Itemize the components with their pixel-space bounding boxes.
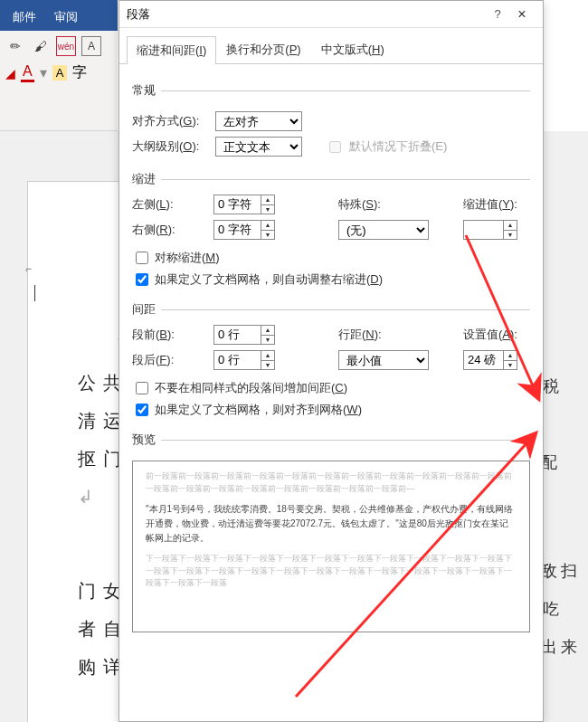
- collapse-checkbox: [329, 141, 341, 153]
- ruler-mark: ⌐: [25, 262, 32, 275]
- auto-adjust-checkbox[interactable]: [136, 273, 148, 286]
- line-spacing-label: 行距(N):: [338, 327, 411, 343]
- tab-line-page-breaks[interactable]: 换行和分页(P): [216, 35, 310, 63]
- snap-grid-label: 如果定义了文档网格，则对齐到网格(W): [155, 402, 362, 418]
- indent-value-label: 缩进值(Y):: [463, 196, 530, 213]
- indent-right-label: 右侧(R):: [132, 222, 210, 238]
- indent-right-input[interactable]: [213, 220, 261, 240]
- space-before-input[interactable]: [213, 325, 261, 345]
- preview-legend: 预览: [132, 432, 161, 448]
- outline-select[interactable]: 正文文本: [215, 137, 302, 157]
- indent-group: 缩进 左侧(L): ▲▼ 特殊(S): 缩进值(Y): 右侧(R): ▲▼ (无…: [132, 171, 530, 292]
- char-icon[interactable]: 字: [72, 63, 87, 82]
- space-after-spinner[interactable]: ▲▼: [261, 350, 275, 370]
- eraser-icon[interactable]: ✏: [5, 36, 25, 56]
- special-select[interactable]: (无): [338, 220, 429, 240]
- spacing-legend: 间距: [132, 301, 161, 318]
- indent-left-spinner[interactable]: ▲▼: [261, 195, 275, 214]
- indent-left-label: 左侧(L):: [132, 196, 210, 213]
- indent-value-spinner[interactable]: ▲▼: [503, 220, 517, 240]
- paragraph-dialog: 段落 ? × 缩进和间距(I) 换行和分页(P) 中文版式(H) 常规 对齐方式…: [119, 0, 544, 722]
- highlight-icon[interactable]: A: [52, 65, 68, 81]
- ribbon-tab-mail[interactable]: 邮件: [9, 7, 40, 27]
- dialog-tabs: 缩进和间距(I) 换行和分页(P) 中文版式(H): [119, 28, 543, 64]
- preview-sample: "本月1号到4号，我统统零消费。18号要交房。契税，公共维修基金，产权代办费，有…: [146, 502, 517, 546]
- alignment-select[interactable]: 左对齐: [215, 111, 302, 131]
- preview-gray-before: 前一段落前一段落前一段落前一段落前一段落前一段落前一段落前一段落前一段落前一段落…: [146, 470, 517, 495]
- general-legend: 常规: [132, 82, 161, 99]
- close-button[interactable]: ×: [508, 6, 536, 23]
- dialog-title: 段落: [127, 6, 487, 23]
- line-spacing-select[interactable]: 最小值: [338, 350, 429, 370]
- indent-value-input[interactable]: [463, 220, 503, 240]
- spacing-group: 间距 段前(B): ▲▼ 行距(N): 设置值(A): 段后(F): ▲▼ 最小…: [132, 301, 530, 423]
- set-value-spinner[interactable]: ▲▼: [503, 350, 517, 370]
- preview-group: 预览 前一段落前一段落前一段落前一段落前一段落前一段落前一段落前一段落前一段落前…: [132, 432, 530, 632]
- indent-legend: 缩进: [132, 171, 161, 187]
- preview-gray-after: 下一段落下一段落下一段落下一段落下一段落下一段落下一段落下一段落下一段落下一段落…: [146, 553, 517, 590]
- snap-grid-checkbox[interactable]: [136, 404, 148, 416]
- ribbon-area: 邮件 审阅 ✏ 🖌 wén A ◢ A ▾ A 字: [0, 0, 118, 131]
- mirror-indent-label: 对称缩进(M): [155, 250, 220, 266]
- set-value-input[interactable]: [463, 350, 503, 370]
- tab-asian-typography[interactable]: 中文版式(H): [311, 35, 394, 63]
- mirror-indent-checkbox[interactable]: [136, 252, 148, 264]
- outline-label: 大纲级别(O):: [132, 138, 210, 155]
- space-before-spinner[interactable]: ▲▼: [261, 325, 275, 345]
- space-after-label: 段后(F):: [132, 352, 210, 368]
- brush-icon[interactable]: 🖌: [31, 36, 51, 56]
- general-group: 常规 对齐方式(G): 左对齐 大纲级别(O): 正文文本 默认情况下折叠(E): [132, 82, 530, 162]
- auto-adjust-label: 如果定义了文档网格，则自动调整右缩进(D): [155, 271, 383, 288]
- space-before-label: 段前(B):: [132, 327, 210, 343]
- pinyin-icon[interactable]: wén: [56, 36, 76, 56]
- collapse-label: 默认情况下折叠(E): [349, 138, 447, 155]
- preview-box: 前一段落前一段落前一段落前一段落前一段落前一段落前一段落前一段落前一段落前一段落…: [132, 461, 530, 632]
- help-button[interactable]: ?: [487, 7, 508, 21]
- no-same-style-label: 不要在相同样式的段落间增加间距(C): [155, 380, 347, 396]
- tab-indent-spacing[interactable]: 缩进和间距(I): [127, 36, 216, 64]
- font-color-icon[interactable]: ◢: [5, 66, 15, 81]
- titlebar: 段落 ? ×: [119, 1, 543, 28]
- alignment-label: 对齐方式(G):: [132, 113, 210, 129]
- ribbon-tab-review[interactable]: 审阅: [51, 7, 81, 27]
- char-border-icon[interactable]: A: [81, 36, 101, 56]
- ribbon-tabs: 邮件 审阅: [0, 0, 118, 31]
- special-label: 特殊(S):: [338, 196, 411, 213]
- indent-left-input[interactable]: [213, 195, 261, 214]
- cursor-icon: [34, 285, 35, 301]
- indent-right-spinner[interactable]: ▲▼: [261, 220, 275, 240]
- space-after-input[interactable]: [213, 350, 261, 370]
- font-color-dropdown-icon[interactable]: A: [21, 63, 34, 82]
- set-value-label: 设置值(A):: [463, 327, 530, 343]
- no-same-style-checkbox[interactable]: [136, 382, 148, 394]
